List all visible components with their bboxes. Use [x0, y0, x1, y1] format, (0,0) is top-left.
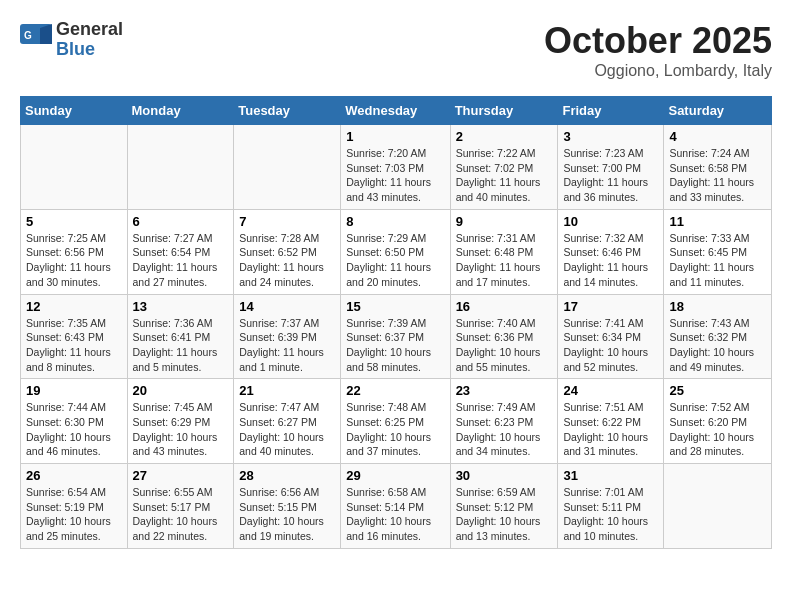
day-info: Sunrise: 7:29 AM Sunset: 6:50 PM Dayligh… — [346, 231, 444, 290]
day-number: 17 — [563, 299, 658, 314]
day-info: Sunrise: 6:59 AM Sunset: 5:12 PM Dayligh… — [456, 485, 553, 544]
calendar-cell: 4Sunrise: 7:24 AM Sunset: 6:58 PM Daylig… — [664, 125, 772, 210]
day-info: Sunrise: 7:23 AM Sunset: 7:00 PM Dayligh… — [563, 146, 658, 205]
calendar-week-row: 26Sunrise: 6:54 AM Sunset: 5:19 PM Dayli… — [21, 464, 772, 549]
day-number: 6 — [133, 214, 229, 229]
day-number: 27 — [133, 468, 229, 483]
calendar-cell: 17Sunrise: 7:41 AM Sunset: 6:34 PM Dayli… — [558, 294, 664, 379]
day-number: 25 — [669, 383, 766, 398]
day-info: Sunrise: 6:54 AM Sunset: 5:19 PM Dayligh… — [26, 485, 122, 544]
calendar-cell: 7Sunrise: 7:28 AM Sunset: 6:52 PM Daylig… — [234, 209, 341, 294]
calendar-week-row: 1Sunrise: 7:20 AM Sunset: 7:03 PM Daylig… — [21, 125, 772, 210]
calendar-cell: 16Sunrise: 7:40 AM Sunset: 6:36 PM Dayli… — [450, 294, 558, 379]
calendar-cell: 30Sunrise: 6:59 AM Sunset: 5:12 PM Dayli… — [450, 464, 558, 549]
day-header-saturday: Saturday — [664, 97, 772, 125]
day-number: 10 — [563, 214, 658, 229]
day-number: 22 — [346, 383, 444, 398]
calendar-cell: 19Sunrise: 7:44 AM Sunset: 6:30 PM Dayli… — [21, 379, 128, 464]
calendar-cell: 10Sunrise: 7:32 AM Sunset: 6:46 PM Dayli… — [558, 209, 664, 294]
day-number: 13 — [133, 299, 229, 314]
day-info: Sunrise: 7:35 AM Sunset: 6:43 PM Dayligh… — [26, 316, 122, 375]
logo-icon: G — [20, 24, 52, 56]
calendar-cell: 8Sunrise: 7:29 AM Sunset: 6:50 PM Daylig… — [341, 209, 450, 294]
day-header-monday: Monday — [127, 97, 234, 125]
day-info: Sunrise: 6:58 AM Sunset: 5:14 PM Dayligh… — [346, 485, 444, 544]
day-number: 12 — [26, 299, 122, 314]
calendar-cell: 20Sunrise: 7:45 AM Sunset: 6:29 PM Dayli… — [127, 379, 234, 464]
day-number: 15 — [346, 299, 444, 314]
calendar-cell: 3Sunrise: 7:23 AM Sunset: 7:00 PM Daylig… — [558, 125, 664, 210]
day-info: Sunrise: 7:36 AM Sunset: 6:41 PM Dayligh… — [133, 316, 229, 375]
day-info: Sunrise: 7:47 AM Sunset: 6:27 PM Dayligh… — [239, 400, 335, 459]
day-info: Sunrise: 7:33 AM Sunset: 6:45 PM Dayligh… — [669, 231, 766, 290]
svg-text:G: G — [24, 30, 32, 41]
day-info: Sunrise: 7:22 AM Sunset: 7:02 PM Dayligh… — [456, 146, 553, 205]
logo-general: General — [56, 20, 123, 40]
day-number: 7 — [239, 214, 335, 229]
day-header-friday: Friday — [558, 97, 664, 125]
day-number: 16 — [456, 299, 553, 314]
day-number: 19 — [26, 383, 122, 398]
day-number: 20 — [133, 383, 229, 398]
calendar-cell: 28Sunrise: 6:56 AM Sunset: 5:15 PM Dayli… — [234, 464, 341, 549]
calendar-cell: 2Sunrise: 7:22 AM Sunset: 7:02 PM Daylig… — [450, 125, 558, 210]
day-number: 4 — [669, 129, 766, 144]
day-number: 1 — [346, 129, 444, 144]
day-info: Sunrise: 7:45 AM Sunset: 6:29 PM Dayligh… — [133, 400, 229, 459]
day-info: Sunrise: 7:32 AM Sunset: 6:46 PM Dayligh… — [563, 231, 658, 290]
day-info: Sunrise: 7:31 AM Sunset: 6:48 PM Dayligh… — [456, 231, 553, 290]
calendar-cell: 26Sunrise: 6:54 AM Sunset: 5:19 PM Dayli… — [21, 464, 128, 549]
day-number: 30 — [456, 468, 553, 483]
day-info: Sunrise: 7:40 AM Sunset: 6:36 PM Dayligh… — [456, 316, 553, 375]
calendar-cell — [664, 464, 772, 549]
location-subtitle: Oggiono, Lombardy, Italy — [544, 62, 772, 80]
day-number: 26 — [26, 468, 122, 483]
calendar-cell — [234, 125, 341, 210]
day-number: 23 — [456, 383, 553, 398]
day-number: 18 — [669, 299, 766, 314]
day-info: Sunrise: 7:49 AM Sunset: 6:23 PM Dayligh… — [456, 400, 553, 459]
day-info: Sunrise: 7:51 AM Sunset: 6:22 PM Dayligh… — [563, 400, 658, 459]
day-number: 5 — [26, 214, 122, 229]
calendar-cell: 11Sunrise: 7:33 AM Sunset: 6:45 PM Dayli… — [664, 209, 772, 294]
calendar-header-row: SundayMondayTuesdayWednesdayThursdayFrid… — [21, 97, 772, 125]
day-number: 8 — [346, 214, 444, 229]
day-number: 21 — [239, 383, 335, 398]
day-number: 24 — [563, 383, 658, 398]
logo-text: General Blue — [56, 20, 123, 60]
calendar-cell: 27Sunrise: 6:55 AM Sunset: 5:17 PM Dayli… — [127, 464, 234, 549]
calendar-cell: 1Sunrise: 7:20 AM Sunset: 7:03 PM Daylig… — [341, 125, 450, 210]
day-info: Sunrise: 7:37 AM Sunset: 6:39 PM Dayligh… — [239, 316, 335, 375]
calendar-cell: 29Sunrise: 6:58 AM Sunset: 5:14 PM Dayli… — [341, 464, 450, 549]
calendar-cell: 15Sunrise: 7:39 AM Sunset: 6:37 PM Dayli… — [341, 294, 450, 379]
calendar-cell: 12Sunrise: 7:35 AM Sunset: 6:43 PM Dayli… — [21, 294, 128, 379]
day-info: Sunrise: 7:24 AM Sunset: 6:58 PM Dayligh… — [669, 146, 766, 205]
logo: G General Blue — [20, 20, 123, 60]
calendar-cell: 9Sunrise: 7:31 AM Sunset: 6:48 PM Daylig… — [450, 209, 558, 294]
day-number: 2 — [456, 129, 553, 144]
day-info: Sunrise: 7:25 AM Sunset: 6:56 PM Dayligh… — [26, 231, 122, 290]
calendar-cell: 25Sunrise: 7:52 AM Sunset: 6:20 PM Dayli… — [664, 379, 772, 464]
calendar-cell: 22Sunrise: 7:48 AM Sunset: 6:25 PM Dayli… — [341, 379, 450, 464]
calendar-cell: 23Sunrise: 7:49 AM Sunset: 6:23 PM Dayli… — [450, 379, 558, 464]
day-info: Sunrise: 7:41 AM Sunset: 6:34 PM Dayligh… — [563, 316, 658, 375]
page-header: G General Blue October 2025 Oggiono, Lom… — [20, 20, 772, 80]
day-number: 3 — [563, 129, 658, 144]
day-number: 14 — [239, 299, 335, 314]
day-info: Sunrise: 6:55 AM Sunset: 5:17 PM Dayligh… — [133, 485, 229, 544]
day-number: 31 — [563, 468, 658, 483]
calendar-week-row: 19Sunrise: 7:44 AM Sunset: 6:30 PM Dayli… — [21, 379, 772, 464]
calendar-cell: 13Sunrise: 7:36 AM Sunset: 6:41 PM Dayli… — [127, 294, 234, 379]
calendar-week-row: 12Sunrise: 7:35 AM Sunset: 6:43 PM Dayli… — [21, 294, 772, 379]
calendar-cell — [21, 125, 128, 210]
day-info: Sunrise: 7:44 AM Sunset: 6:30 PM Dayligh… — [26, 400, 122, 459]
calendar-week-row: 5Sunrise: 7:25 AM Sunset: 6:56 PM Daylig… — [21, 209, 772, 294]
day-header-sunday: Sunday — [21, 97, 128, 125]
calendar-cell: 5Sunrise: 7:25 AM Sunset: 6:56 PM Daylig… — [21, 209, 128, 294]
calendar-cell: 14Sunrise: 7:37 AM Sunset: 6:39 PM Dayli… — [234, 294, 341, 379]
day-info: Sunrise: 7:52 AM Sunset: 6:20 PM Dayligh… — [669, 400, 766, 459]
calendar-cell: 21Sunrise: 7:47 AM Sunset: 6:27 PM Dayli… — [234, 379, 341, 464]
month-title: October 2025 — [544, 20, 772, 62]
day-info: Sunrise: 7:20 AM Sunset: 7:03 PM Dayligh… — [346, 146, 444, 205]
calendar-cell: 24Sunrise: 7:51 AM Sunset: 6:22 PM Dayli… — [558, 379, 664, 464]
